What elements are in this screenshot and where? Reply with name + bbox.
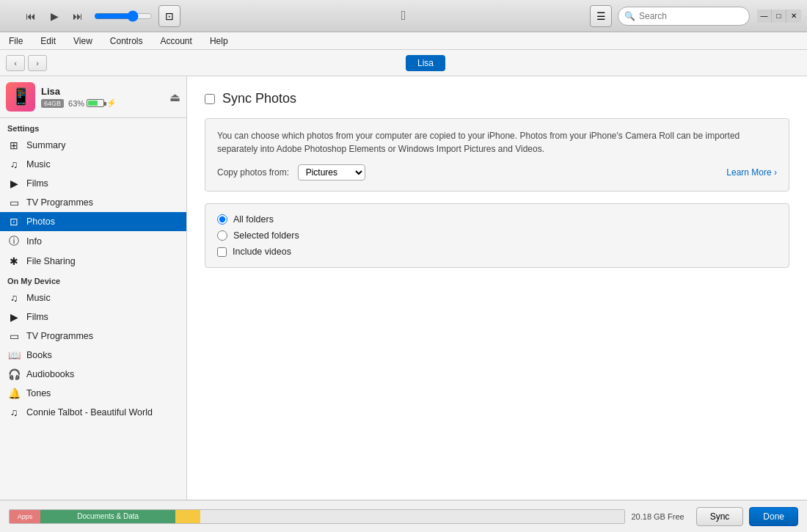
- sidebar-item-label-info: Info: [26, 236, 42, 247]
- menu-view[interactable]: View: [70, 34, 95, 48]
- connie-talbot-icon: ♫: [7, 407, 21, 418]
- menu-controls[interactable]: Controls: [107, 34, 146, 48]
- sidebar-item-label-tv-device: TV Programmes: [26, 331, 93, 341]
- sidebar-item-tv-programmes[interactable]: ▭ TV Programmes: [0, 193, 186, 212]
- sidebar-item-music-device[interactable]: ♫ Music: [0, 288, 186, 307]
- menu-file[interactable]: File: [6, 34, 26, 48]
- sidebar-item-file-sharing[interactable]: ✱ File Sharing: [0, 252, 186, 271]
- sidebar-item-label-connie-talbot: Connie Talbot - Beautiful World: [26, 407, 153, 418]
- device-tab[interactable]: Lisa: [406, 55, 445, 71]
- sidebar-item-label-summary: Summary: [26, 140, 65, 150]
- sidebar-item-tones-device[interactable]: 🔔 Tones: [0, 384, 186, 403]
- sidebar-item-music[interactable]: ♫ Music: [0, 155, 186, 174]
- menu-help[interactable]: Help: [207, 34, 231, 48]
- sidebar-item-label-photos: Photos: [26, 216, 55, 227]
- storage-segment-apps: Apps: [10, 510, 40, 523]
- eject-button[interactable]: ⏏: [169, 90, 180, 104]
- forward-button[interactable]: ›: [28, 55, 47, 71]
- info-text: You can choose which photos from your co…: [217, 129, 777, 156]
- tv-device-icon: ▭: [7, 330, 21, 342]
- window-buttons: — □ ✕: [757, 10, 801, 23]
- airplay-icon: ⊡: [165, 10, 174, 22]
- copy-from-left: Copy photos from: Pictures: [217, 164, 365, 181]
- apple-logo: : [401, 8, 406, 23]
- title-bar: ⏮ ▶ ⏭ ⊡  ☰ 🔍 — □ ✕: [0, 0, 807, 32]
- capacity-badge: 64GB: [41, 99, 64, 108]
- all-folders-radio[interactable]: [217, 214, 227, 225]
- battery-pct-label: 63%: [68, 99, 84, 108]
- maximize-button[interactable]: □: [772, 10, 786, 23]
- list-view-button[interactable]: ☰: [590, 5, 612, 27]
- fastforward-button[interactable]: ⏭: [67, 6, 88, 26]
- sidebar-item-photos[interactable]: ⊡ Photos: [0, 212, 186, 231]
- battery-icon: [87, 99, 104, 107]
- films-device-icon: ▶: [7, 311, 21, 323]
- search-icon: 🔍: [624, 11, 635, 21]
- airplay-button[interactable]: ⊡: [158, 5, 180, 27]
- sidebar-item-books-device[interactable]: 📖 Books: [0, 346, 186, 365]
- sidebar-item-label-file-sharing: File Sharing: [26, 256, 76, 266]
- selected-folders-label: Selected folders: [233, 230, 299, 241]
- search-input[interactable]: [618, 7, 750, 26]
- done-button[interactable]: Done: [749, 507, 798, 526]
- volume-slider[interactable]: [94, 10, 153, 22]
- search-bar: ☰ 🔍 — □ ✕: [590, 5, 801, 27]
- sidebar-item-tv-device[interactable]: ▭ TV Programmes: [0, 327, 186, 346]
- learn-more-arrow: ›: [774, 167, 777, 178]
- apps-label: Apps: [18, 513, 33, 520]
- transport-controls: ⏮ ▶ ⏭: [21, 6, 88, 26]
- sidebar-item-label-audiobooks: Audiobooks: [26, 369, 74, 379]
- on-my-device-section-label: On My Device: [0, 271, 186, 288]
- bottom-actions: Sync Done: [696, 507, 798, 526]
- sidebar-item-label-films-device: Films: [26, 312, 48, 322]
- rewind-button[interactable]: ⏮: [21, 6, 41, 26]
- menu-account[interactable]: Account: [158, 34, 195, 48]
- main-layout: 📱 Lisa 64GB 63% ⚡ ⏏: [0, 76, 807, 500]
- sidebar-item-label-music-device: Music: [26, 293, 51, 303]
- sync-photos-title: Sync Photos: [222, 91, 296, 106]
- sync-photos-header: Sync Photos: [205, 91, 789, 106]
- learn-more-link[interactable]: Learn More ›: [726, 167, 777, 178]
- audiobooks-icon: 🎧: [7, 368, 21, 380]
- sync-photos-checkbox[interactable]: [205, 94, 215, 104]
- menu-edit[interactable]: Edit: [37, 34, 59, 48]
- info-icon: ⓘ: [7, 235, 21, 248]
- sidebar-item-info[interactable]: ⓘ Info: [0, 231, 186, 252]
- copy-from-select[interactable]: Pictures: [298, 164, 365, 181]
- battery-tip: [104, 102, 106, 106]
- sidebar-item-films[interactable]: ▶ Films: [0, 174, 186, 193]
- sidebar-item-films-device[interactable]: ▶ Films: [0, 307, 186, 327]
- minimize-button[interactable]: —: [757, 10, 772, 23]
- file-sharing-icon: ✱: [7, 255, 21, 267]
- sidebar-item-summary[interactable]: ⊞ Summary: [0, 136, 186, 155]
- back-button[interactable]: ‹: [6, 55, 25, 71]
- search-wrapper: 🔍: [618, 7, 750, 26]
- include-videos-checkbox[interactable]: [217, 247, 227, 257]
- sync-button[interactable]: Sync: [696, 507, 744, 526]
- selected-folders-radio[interactable]: [217, 230, 227, 241]
- storage-segment-yellow: [175, 510, 200, 523]
- sidebar-item-label-tv: TV Programmes: [26, 197, 93, 208]
- photos-icon: ⊡: [7, 216, 21, 227]
- music-icon: ♫: [7, 158, 21, 170]
- all-folders-option: All folders: [217, 214, 777, 225]
- device-info: Lisa 64GB 63% ⚡: [41, 86, 169, 108]
- sidebar-item-label-music: Music: [26, 159, 51, 170]
- device-icon: 📱: [6, 82, 35, 112]
- content-area: Sync Photos You can choose which photos …: [187, 76, 807, 500]
- bottom-bar: Apps Documents & Data 20.18 GB Free Sync…: [0, 500, 807, 532]
- sidebar-item-audiobooks-device[interactable]: 🎧 Audiobooks: [0, 365, 186, 384]
- sidebar-item-connie-talbot[interactable]: ♫ Connie Talbot - Beautiful World: [0, 403, 186, 422]
- settings-section-label: Settings: [0, 118, 186, 136]
- films-icon: ▶: [7, 178, 21, 189]
- music-device-icon: ♫: [7, 292, 21, 304]
- sidebar-item-label-books: Books: [26, 350, 52, 360]
- list-view-icon: ☰: [596, 10, 606, 22]
- battery-fill: [88, 101, 98, 106]
- sidebar: 📱 Lisa 64GB 63% ⚡ ⏏: [0, 76, 187, 500]
- include-videos-option: Include videos: [217, 247, 777, 257]
- free-space-label: 20.18 GB Free: [631, 512, 684, 521]
- close-button[interactable]: ✕: [786, 10, 801, 23]
- play-button[interactable]: ▶: [44, 6, 65, 26]
- storage-segment-docs: Documents & Data: [40, 510, 175, 523]
